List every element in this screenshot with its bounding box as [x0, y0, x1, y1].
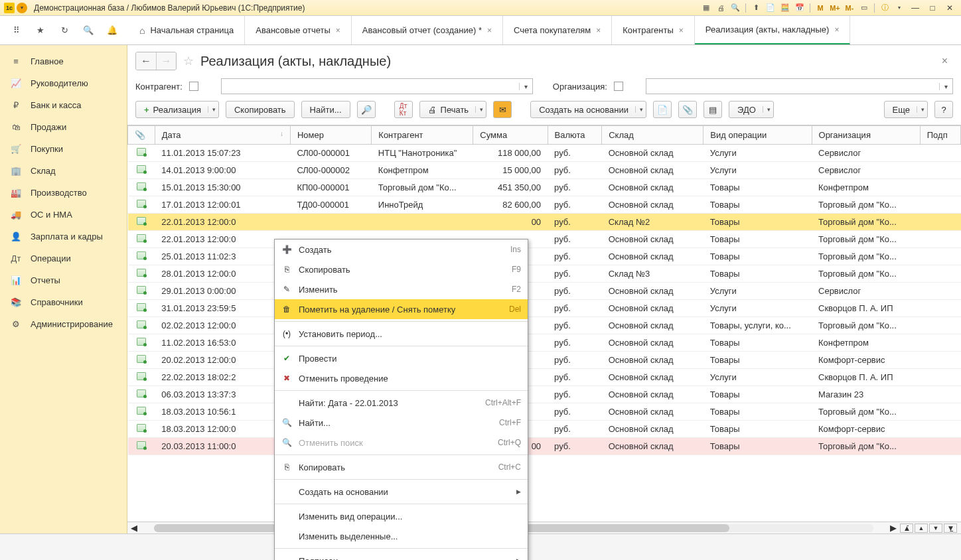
menu-item[interactable]: ✎ИзменитьF2 [275, 279, 528, 299]
table-row[interactable]: 20.02.2013 12:00:0 руб. Основной склад Т… [128, 352, 961, 369]
col-contragent[interactable]: Контрагент [372, 126, 473, 145]
org-filter-combo[interactable]: ▾ [646, 78, 953, 94]
table-row[interactable]: 22.02.2013 18:02:2 руб. Основной склад У… [128, 369, 961, 386]
table-row[interactable]: 11.01.2013 15:07:23 СЛ00-000001 НТЦ "Нан… [128, 145, 961, 162]
row-down-button[interactable]: ▼ [929, 524, 942, 533]
tab-advance-reports[interactable]: Авансовые отчеты× [245, 16, 352, 44]
nav-back-button[interactable]: ← [136, 52, 156, 70]
menu-item[interactable]: Создать на основании [275, 482, 528, 502]
search-icon[interactable]: 🔍 [82, 25, 94, 36]
menu-item[interactable]: ✖Отменить проведение [275, 368, 528, 388]
table-row[interactable]: 15.01.2013 15:30:00 КП00-000001 Торговый… [128, 179, 961, 196]
table-row[interactable]: 02.02.2013 12:00:0 руб. Основной склад Т… [128, 317, 961, 334]
sidebar-item-3[interactable]: 🛍Продажи [0, 116, 127, 138]
cancel-search-button[interactable]: 🔎 [357, 101, 376, 118]
sidebar-item-6[interactable]: 🏭Производство [0, 182, 127, 204]
dtkt-button[interactable]: ДтКт [394, 101, 413, 118]
tb-info-icon[interactable]: ⓘ [879, 3, 891, 13]
favorites-star-icon[interactable]: ★ [35, 25, 46, 36]
tab-sales[interactable]: Реализация (акты, накладные)× [695, 16, 851, 44]
menu-item[interactable]: ➕СоздатьIns [275, 240, 528, 259]
tab-home[interactable]: ⌂Начальная страница [129, 16, 245, 44]
table-row[interactable]: 29.01.2013 0:00:00 руб. Основной склад У… [128, 283, 961, 300]
tab-close-icon[interactable]: × [679, 26, 684, 35]
table-row[interactable]: 18.03.2013 12:00:0 руб. Основной склад Т… [128, 421, 961, 438]
row-first-button[interactable]: ▲̄ [900, 524, 913, 533]
col-optype[interactable]: Вид операции [703, 126, 812, 145]
tb-panel-icon[interactable]: ▭ [858, 3, 870, 13]
tb-icon-1[interactable]: ▦ [700, 3, 712, 13]
table-row[interactable]: 06.03.2013 13:37:3 руб. Основной склад Т… [128, 386, 961, 403]
create-on-basis-button[interactable]: Создать на основании▾ [530, 101, 646, 118]
window-maximize-button[interactable]: □ [925, 3, 940, 13]
tb-mminus-button[interactable]: M- [844, 3, 855, 13]
copy-button[interactable]: Скопировать [226, 101, 295, 118]
menu-item[interactable]: 🔍Найти...Ctrl+F [275, 413, 528, 433]
favorite-star-icon[interactable]: ☆ [183, 54, 194, 68]
notifications-bell-icon[interactable]: 🔔 [106, 25, 118, 36]
scroll-left-button[interactable]: ◀ [127, 523, 141, 533]
tb-m-button[interactable]: M [814, 3, 826, 13]
help-button[interactable]: ? [934, 101, 953, 118]
tab-close-icon[interactable]: × [834, 25, 839, 35]
scroll-right-button[interactable]: ▶ [887, 523, 900, 533]
col-sum[interactable]: Сумма [473, 126, 548, 145]
sidebar-item-4[interactable]: 🛒Покупки [0, 138, 127, 160]
tab-close-icon[interactable]: × [487, 26, 492, 35]
tab-close-icon[interactable]: × [336, 26, 340, 35]
sidebar-item-11[interactable]: 📚Справочники [0, 291, 127, 313]
table-row[interactable]: 17.01.2013 12:00:01 ТД00-000001 ИнноТрей… [128, 196, 961, 214]
table-row[interactable]: 31.01.2013 23:59:5 руб. Основной склад У… [128, 300, 961, 317]
sidebar-item-2[interactable]: ₽Банк и касса [0, 94, 127, 116]
table-row[interactable]: 28.01.2013 12:00:0 руб. Склад №3 Товары … [128, 265, 961, 283]
edo-button[interactable]: ЭДО▾ [729, 101, 774, 118]
tb-mplus-button[interactable]: M+ [829, 3, 841, 13]
tab-close-icon[interactable]: × [596, 26, 601, 35]
sidebar-item-8[interactable]: 👤Зарплата и кадры [0, 226, 127, 247]
contragent-filter-combo[interactable]: ▾ [221, 78, 533, 94]
tb-preview-icon[interactable]: 🔍 [729, 3, 741, 13]
more-button[interactable]: Еще▾ [884, 101, 928, 118]
menu-item[interactable]: ⎘СкопироватьF9 [275, 259, 528, 279]
tab-counterparties[interactable]: Контрагенты× [612, 16, 695, 44]
sidebar-item-0[interactable]: ≡Главное [0, 50, 127, 72]
menu-item[interactable]: ✔Провести [275, 348, 528, 368]
col-org[interactable]: Организация [812, 126, 920, 145]
table-row[interactable]: 22.01.2013 12:00:0 00 руб. Склад №2 Това… [128, 214, 961, 231]
print-button[interactable]: 🖨Печать▾ [419, 101, 487, 118]
col-number[interactable]: Номер [290, 126, 371, 145]
tab-advance-report-new[interactable]: Авансовый отчет (создание) *× [352, 16, 503, 44]
contragent-filter-checkbox[interactable] [189, 82, 198, 91]
sidebar-item-9[interactable]: ДтОперации [0, 247, 127, 269]
sidebar-item-1[interactable]: 📈Руководителю [0, 72, 127, 94]
create-button[interactable]: +Реализация▾ [135, 101, 219, 118]
tb-up-icon[interactable]: ⬆ [750, 3, 762, 13]
tb-print-icon[interactable]: 🖨 [715, 3, 727, 13]
table-row[interactable]: 25.01.2013 11:02:3 руб. Основной склад Т… [128, 248, 961, 265]
window-close-button[interactable]: ✕ [942, 3, 957, 13]
org-filter-checkbox[interactable] [614, 82, 623, 91]
col-warehouse[interactable]: Склад [602, 126, 703, 145]
col-date[interactable]: Дата [155, 126, 290, 145]
menu-item[interactable]: 🗑Пометить на удаление / Снять пометкуDel [275, 299, 528, 319]
apps-grid-icon[interactable]: ⠿ [11, 25, 23, 36]
find-button[interactable]: Найти... [301, 101, 350, 118]
table-row[interactable]: 22.01.2013 12:00:0 руб. Основной склад Т… [128, 231, 961, 248]
menu-item[interactable]: Изменить вид операции... [275, 506, 528, 526]
tab-invoices[interactable]: Счета покупателям× [503, 16, 612, 44]
related-button[interactable]: 📄 [653, 101, 672, 118]
col-signer[interactable]: Подп [920, 126, 960, 145]
menu-item[interactable]: Изменить выделенные... [275, 526, 528, 546]
sidebar-item-5[interactable]: 🏢Склад [0, 160, 127, 182]
page-close-button[interactable]: × [942, 55, 953, 67]
table-row[interactable]: 14.01.2013 9:00:00 СЛ00-000002 Конфетпро… [128, 162, 961, 179]
col-attach[interactable]: 📎 [128, 126, 155, 145]
sidebar-item-7[interactable]: 🚚ОС и НМА [0, 204, 127, 226]
window-minimize-button[interactable]: — [908, 3, 923, 13]
tb-info-dd[interactable]: ▾ [893, 3, 905, 13]
app-menu-dropdown[interactable]: ▾ [17, 3, 27, 13]
sidebar-item-10[interactable]: 📊Отчеты [0, 269, 127, 291]
nav-forward-button[interactable]: → [156, 52, 176, 70]
table-row[interactable]: 20.03.2013 11:00:0 00 руб. Основной скла… [128, 438, 961, 455]
history-icon[interactable]: ↻ [58, 25, 70, 36]
